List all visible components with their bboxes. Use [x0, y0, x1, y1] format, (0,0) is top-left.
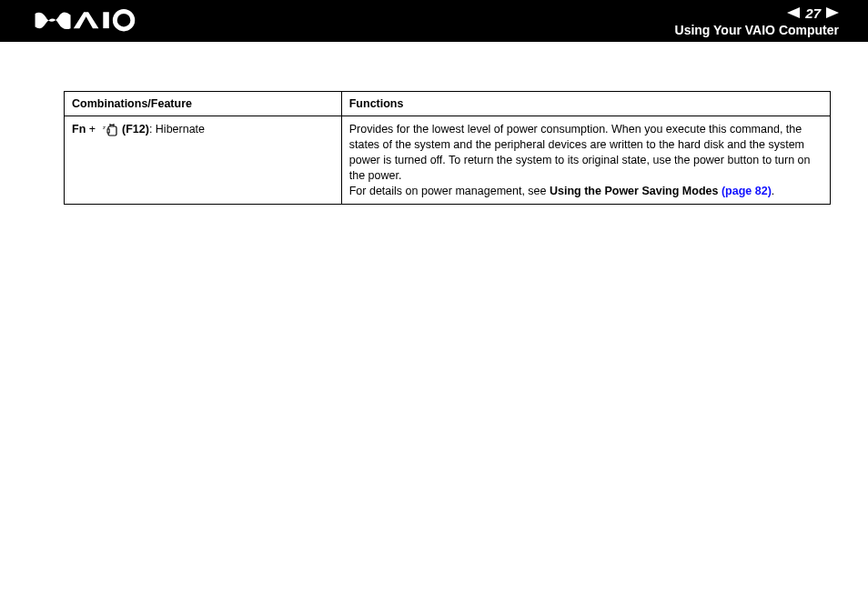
details-prefix: For details on power management, see: [349, 185, 550, 197]
svg-text:z: z: [103, 125, 106, 130]
vaio-logo: [24, 9, 169, 33]
svg-marker-3: [826, 7, 839, 18]
vaio-logo-svg: [24, 9, 169, 33]
next-page-arrow-icon[interactable]: [826, 7, 839, 18]
svg-rect-0: [103, 12, 109, 28]
page-navigator: 27: [787, 5, 839, 21]
details-period: .: [772, 185, 774, 197]
hibernate-icon: z: [103, 124, 117, 136]
page-number: 27: [805, 5, 821, 21]
feature-table: Combinations/Feature Functions Fn + z (F…: [64, 91, 831, 205]
f12-key-label: (F12): [122, 123, 149, 136]
plus-sign: +: [86, 123, 98, 136]
cell-combination: Fn + z (F12): Hibernate: [65, 116, 342, 205]
header-combinations: Combinations/Feature: [65, 92, 342, 116]
svg-rect-6: [107, 129, 109, 133]
page-content: Combinations/Feature Functions Fn + z (F…: [0, 42, 868, 205]
document-header: 27 Using Your VAIO Computer: [0, 0, 868, 42]
page-link[interactable]: (page 82): [722, 185, 772, 197]
svg-marker-2: [787, 7, 800, 18]
header-right: 27 Using Your VAIO Computer: [675, 5, 839, 37]
details-link-title: Using the Power Saving Modes: [550, 185, 722, 197]
section-title: Using Your VAIO Computer: [675, 23, 839, 37]
cell-function: Provides for the lowest level of power c…: [341, 116, 830, 205]
prev-page-arrow-icon[interactable]: [787, 7, 800, 18]
fn-key-label: Fn: [72, 123, 86, 136]
svg-point-1: [115, 11, 133, 29]
table-header-row: Combinations/Feature Functions: [65, 92, 831, 116]
function-description: Provides for the lowest level of power c…: [349, 123, 811, 182]
table-row: Fn + z (F12): Hibernate Provides for the…: [65, 116, 831, 205]
feature-name: : Hibernate: [149, 123, 205, 136]
header-functions: Functions: [341, 92, 830, 116]
